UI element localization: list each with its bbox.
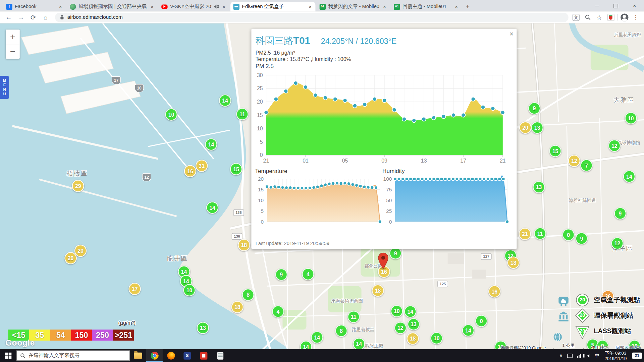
tab-item[interactable]: 01我參與的文章 - Mobile01× bbox=[317, 2, 390, 11]
taskbar-chrome[interactable] bbox=[146, 349, 163, 362]
aqi-marker[interactable]: 13 bbox=[531, 121, 543, 134]
aqi-marker[interactable]: 14 bbox=[206, 201, 219, 214]
taskbar-search[interactable]: 在這裡輸入文字來搜尋 bbox=[16, 351, 130, 361]
aqi-marker[interactable]: 18 bbox=[238, 239, 250, 251]
aqi-marker[interactable]: 11 bbox=[534, 227, 546, 240]
address-bar[interactable]: airbox.edimaxcloud.com bbox=[55, 12, 569, 22]
taskbar-app-red[interactable] bbox=[196, 349, 212, 362]
aqi-marker[interactable]: 31 bbox=[196, 160, 208, 172]
zoom-in-button[interactable]: + bbox=[6, 29, 20, 44]
aqi-marker[interactable]: 14 bbox=[219, 95, 231, 107]
aqi-marker[interactable]: 14 bbox=[404, 305, 417, 318]
aqi-marker[interactable]: 13 bbox=[197, 322, 209, 334]
home-button[interactable]: ⌂ bbox=[40, 12, 51, 23]
tab-close-button[interactable]: × bbox=[308, 3, 313, 9]
profile-avatar[interactable] bbox=[620, 12, 629, 23]
aqi-marker[interactable]: 12 bbox=[608, 139, 621, 152]
tab-item[interactable]: 01回覆主題 - Mobile01× bbox=[391, 2, 462, 11]
aqi-marker[interactable]: 14 bbox=[623, 170, 636, 183]
aqi-marker[interactable]: 10 bbox=[165, 108, 177, 121]
aqi-marker[interactable]: 12 bbox=[568, 155, 580, 167]
aqi-marker[interactable]: 18 bbox=[407, 333, 419, 345]
tray-monitor-icon[interactable] bbox=[566, 349, 574, 362]
aqi-marker[interactable]: 0 bbox=[562, 229, 575, 241]
back-button[interactable]: ← bbox=[3, 12, 14, 23]
map-viewport[interactable]: 梧棲區龍井區大雅區潭子區東海藝術街商圈路思義教堂鞋寶觀光工廠都會公園潭雅神綠園道… bbox=[0, 23, 644, 349]
tab-close-button[interactable]: × bbox=[58, 3, 63, 9]
tray-network-icon[interactable] bbox=[575, 349, 583, 362]
close-window-button[interactable]: × bbox=[625, 0, 644, 11]
aqi-marker[interactable]: 10 bbox=[183, 284, 196, 296]
tab-item[interactable]: 風場預報顯示圖 | 交通部中央氣象× bbox=[67, 2, 157, 11]
aqi-marker[interactable]: 12 bbox=[394, 322, 407, 334]
selected-station-pin[interactable] bbox=[377, 252, 389, 269]
aqi-marker[interactable]: 14 bbox=[462, 324, 475, 337]
aqi-marker[interactable]: 17 bbox=[128, 283, 141, 295]
aqi-marker[interactable]: 15 bbox=[230, 163, 243, 175]
menu-button[interactable]: MENU bbox=[0, 76, 9, 99]
tab-item[interactable]: fFacebook× bbox=[3, 2, 66, 11]
aqi-marker[interactable]: 14 bbox=[353, 338, 365, 349]
aqi-marker[interactable]: 9 bbox=[576, 232, 588, 245]
reload-button[interactable]: ⟳ bbox=[28, 12, 39, 23]
taskbar-notepad[interactable] bbox=[212, 349, 228, 362]
aqi-marker[interactable]: 14 bbox=[311, 331, 323, 344]
aqi-marker[interactable]: 0 bbox=[475, 315, 488, 327]
tab-close-button[interactable]: × bbox=[454, 3, 459, 9]
zoom-icon[interactable] bbox=[583, 12, 593, 23]
tray-expand-caret[interactable]: ∧ bbox=[557, 349, 565, 362]
new-tab-button[interactable]: + bbox=[463, 2, 474, 11]
tab-close-button[interactable]: × bbox=[221, 3, 226, 9]
aqi-marker[interactable]: 12 bbox=[611, 237, 624, 250]
aqi-marker[interactable]: 11 bbox=[236, 108, 249, 120]
aqi-marker[interactable]: 9 bbox=[275, 268, 287, 281]
aqi-marker[interactable]: 15 bbox=[549, 145, 561, 157]
bookmark-star-icon[interactable]: ☆ bbox=[594, 12, 604, 23]
taskbar-app-dark[interactable]: S bbox=[179, 349, 196, 362]
aqi-marker[interactable]: 21 bbox=[519, 228, 531, 240]
tab-active[interactable]: EdiGreen 空氣盒子× bbox=[230, 2, 315, 11]
popup-close-button[interactable]: × bbox=[509, 31, 513, 38]
aqi-marker[interactable]: 14 bbox=[205, 138, 217, 151]
tray-ime-indicator[interactable]: 中 bbox=[593, 349, 601, 362]
aqi-marker[interactable]: 4 bbox=[272, 305, 284, 318]
aqi-marker[interactable]: 13 bbox=[533, 181, 545, 193]
tab-close-button[interactable]: × bbox=[382, 3, 387, 9]
translate-icon[interactable]: 文 bbox=[573, 14, 580, 21]
aqi-marker[interactable]: 29 bbox=[72, 180, 84, 192]
aqi-marker[interactable]: 13 bbox=[408, 318, 420, 330]
aqi-marker[interactable]: 7 bbox=[580, 159, 593, 172]
terms-link[interactable]: 使用條款 bbox=[591, 345, 608, 349]
start-button[interactable] bbox=[0, 349, 16, 362]
zoom-out-button[interactable]: − bbox=[6, 44, 20, 59]
google-logo[interactable]: Google bbox=[5, 339, 35, 347]
action-center-button[interactable]: 21 bbox=[630, 349, 644, 362]
maximize-button[interactable] bbox=[606, 0, 625, 11]
aqi-marker[interactable]: 10 bbox=[390, 305, 403, 317]
aqi-marker[interactable]: 20 bbox=[64, 252, 77, 264]
minimize-button[interactable] bbox=[587, 0, 606, 11]
forward-button[interactable]: → bbox=[16, 12, 26, 23]
aqi-marker[interactable]: 9 bbox=[614, 207, 627, 220]
aqi-marker[interactable]: 10 bbox=[430, 332, 443, 345]
aqi-marker[interactable]: 18 bbox=[507, 256, 520, 269]
aqi-marker[interactable]: 4 bbox=[302, 268, 314, 281]
report-error-link[interactable]: 回報地圖錯誤 bbox=[616, 345, 642, 349]
aqi-marker[interactable]: 18 bbox=[231, 301, 244, 313]
aqi-marker[interactable]: 20 bbox=[74, 245, 87, 257]
aqi-marker[interactable]: 20 bbox=[519, 121, 532, 134]
aqi-marker[interactable]: 11 bbox=[347, 311, 360, 323]
browser-menu-icon[interactable]: ⋮ bbox=[631, 12, 641, 23]
tab-close-button[interactable]: × bbox=[150, 3, 154, 9]
taskbar-firefox[interactable] bbox=[163, 349, 179, 362]
aqi-marker[interactable]: 9 bbox=[528, 102, 541, 115]
aqi-marker[interactable]: 10 bbox=[625, 112, 637, 124]
tray-volume-icon[interactable] bbox=[584, 349, 592, 362]
extension-icon[interactable] bbox=[606, 12, 615, 23]
aqi-marker[interactable]: 8 bbox=[242, 289, 254, 301]
tab-item[interactable]: V-SKY空中攝影 2014佛光山× bbox=[159, 2, 229, 11]
tab-audio-icon[interactable] bbox=[214, 4, 219, 8]
aqi-marker[interactable]: 8 bbox=[335, 325, 347, 337]
aqi-marker[interactable]: 16 bbox=[184, 165, 197, 177]
taskbar-clock[interactable]: 下午 09:03 2019/11/19 bbox=[602, 350, 629, 361]
